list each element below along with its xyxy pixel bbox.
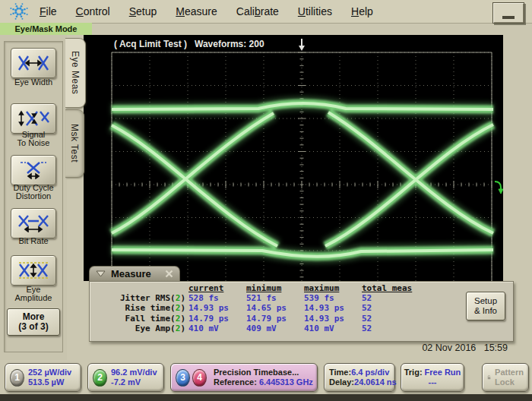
channel-2-badge: 2 — [93, 369, 107, 387]
eye-amplitude-icon — [17, 261, 49, 279]
eye-width-button[interactable] — [11, 48, 56, 78]
measure-column-header: current — [188, 283, 246, 293]
eye-diagram-waveform — [84, 35, 503, 281]
measure-row: Jitter RMS(2)528 fs521 fs539 fs52 — [94, 293, 426, 303]
measure-column-header: total meas — [362, 283, 426, 293]
signal-to-noise-label: Signal To Noise — [0, 131, 67, 147]
more-button[interactable]: More (3 of 3) — [7, 308, 60, 336]
agilent-spark-logo-icon — [6, 2, 32, 21]
pattern-lock-button[interactable]: Pattern Lock — [482, 363, 529, 392]
measure-row: Eye Amp(2)410 mV409 mV410 mV52 — [94, 324, 426, 333]
trigger-marker-icon[interactable] — [299, 39, 305, 51]
acquisition-status-line: ( Acq Limit Test ) Waveforms: 200 — [114, 39, 264, 49]
scope-application-window: FileControlSetupMeasureCalibrateUtilitie… — [0, 0, 532, 401]
delay-value: 24.0614 ns — [354, 377, 397, 387]
measure-panel-body: currentminimummaximumtotal measJitter RM… — [89, 281, 514, 342]
channel-2-offset: -7.2 mV — [111, 377, 157, 387]
bit-rate-button[interactable] — [11, 208, 56, 238]
trig-label: Trig: — [404, 368, 425, 377]
setup-info-line1: Setup — [474, 296, 497, 306]
eye-amplitude-label: Eye Amplitude — [0, 286, 67, 302]
more-button-line2: (3 of 3) — [18, 322, 48, 332]
tab-msk-test[interactable]: Msk Test — [65, 109, 84, 178]
waveform-count-label: Waveforms: 200 — [195, 39, 264, 49]
channel-4-badge: 4 — [192, 369, 207, 387]
minimize-icon — [502, 16, 515, 19]
channel-1-badge: 1 — [10, 369, 24, 387]
eye-amplitude-button[interactable] — [11, 255, 56, 286]
reference-level-marker-icon[interactable] — [495, 182, 503, 194]
duty-cycle-distortion-label: Duty Cycle Distortion — [0, 184, 67, 200]
channel-2-button[interactable]: 2 96.2 mV/div -7.2 mV — [87, 363, 164, 392]
menu-item-utilities[interactable]: Utilities — [298, 5, 332, 17]
measure-column-header: maximum — [304, 283, 362, 293]
acq-limit-test-label: ( Acq Limit Test ) — [114, 39, 187, 49]
signal-to-noise-button[interactable] — [11, 103, 56, 134]
mode-label: Eye/Mask Mode — [0, 23, 92, 35]
time-label: Time: — [329, 368, 351, 377]
minimize-button[interactable] — [492, 2, 524, 24]
duty-cycle-distortion-button[interactable] — [11, 155, 56, 185]
channel-1-scale: 252 µW/div — [28, 368, 71, 377]
delay-label: Delay: — [329, 377, 354, 387]
measure-table: currentminimummaximumtotal measJitter RM… — [94, 283, 426, 333]
eye-width-label: Eye Width — [0, 78, 67, 87]
pattern-lock-line2: Lock — [495, 377, 524, 387]
window-bottom-edge — [0, 394, 532, 401]
menu-item-setup[interactable]: Setup — [129, 5, 157, 17]
menu-item-help[interactable]: Help — [351, 5, 373, 17]
open-lock-icon — [487, 371, 491, 384]
menu-item-file[interactable]: File — [40, 5, 57, 17]
pattern-lock-line1: Pattern — [495, 368, 524, 377]
status-bar: 1 252 µW/div 513.5 µW 2 96.2 mV/div -7.2… — [0, 358, 532, 395]
measure-panel-tab[interactable]: Measure — [89, 266, 180, 281]
close-icon[interactable] — [165, 270, 173, 278]
setup-info-button[interactable]: Setup & Info — [466, 292, 505, 320]
timebase-scale-button[interactable]: Time:6.4 ps/div Delay:24.0614 ns — [324, 363, 395, 392]
datetime-label: 02 Nov 2016 15:59 — [422, 343, 508, 353]
channel-1-button[interactable]: 1 252 µW/div 513.5 µW — [5, 363, 81, 392]
setup-info-line2: & Info — [474, 306, 497, 316]
bit-rate-icon — [17, 214, 49, 232]
trig-line2: --- — [404, 377, 461, 387]
channel-3-badge: 3 — [176, 369, 190, 387]
measure-row: Fall time(2)14.79 ps14.79 ps14.93 ps52 — [94, 314, 426, 324]
tab-eye-meas[interactable]: Eye Meas — [65, 38, 86, 108]
measure-row: Rise time(2)14.93 ps14.65 ps14.93 ps52 — [94, 303, 426, 313]
time-value: 6.4 ps/div — [351, 368, 389, 377]
signal-to-noise-icon — [17, 109, 49, 128]
precision-timebase-button[interactable]: 3 4 Precision Timebase... Reference: 6.4… — [170, 363, 318, 392]
eye-width-icon — [17, 54, 49, 72]
reference-label: Reference: — [214, 377, 257, 387]
menu-items: FileControlSetupMeasureCalibrateUtilitie… — [40, 5, 373, 17]
timebase-title: Precision Timebase... — [214, 368, 313, 377]
menu-item-measure[interactable]: Measure — [176, 5, 217, 17]
menu-bar: FileControlSetupMeasureCalibrateUtilitie… — [0, 0, 532, 24]
bit-rate-label: Bit Rate — [0, 237, 67, 245]
collapse-chevron-icon[interactable] — [96, 270, 106, 277]
trigger-button[interactable]: Trig: Free Run --- — [401, 363, 464, 392]
sidebar: Eye Width Signal To Noise — [0, 35, 67, 360]
measure-column-header: minimum — [246, 283, 304, 293]
menu-item-calibrate[interactable]: Calibrate — [236, 5, 279, 17]
waveform-display: ( Acq Limit Test ) Waveforms: 200 — [84, 35, 503, 281]
measure-panel-title: Measure — [111, 268, 160, 279]
channel-1-offset: 513.5 µW — [28, 377, 71, 387]
reference-value: 6.445313 GHz — [259, 377, 313, 387]
trig-value: Free Run — [425, 368, 461, 377]
channel-2-scale: 96.2 mV/div — [111, 368, 157, 377]
menu-item-control[interactable]: Control — [76, 5, 110, 17]
duty-cycle-distortion-icon — [17, 161, 49, 179]
